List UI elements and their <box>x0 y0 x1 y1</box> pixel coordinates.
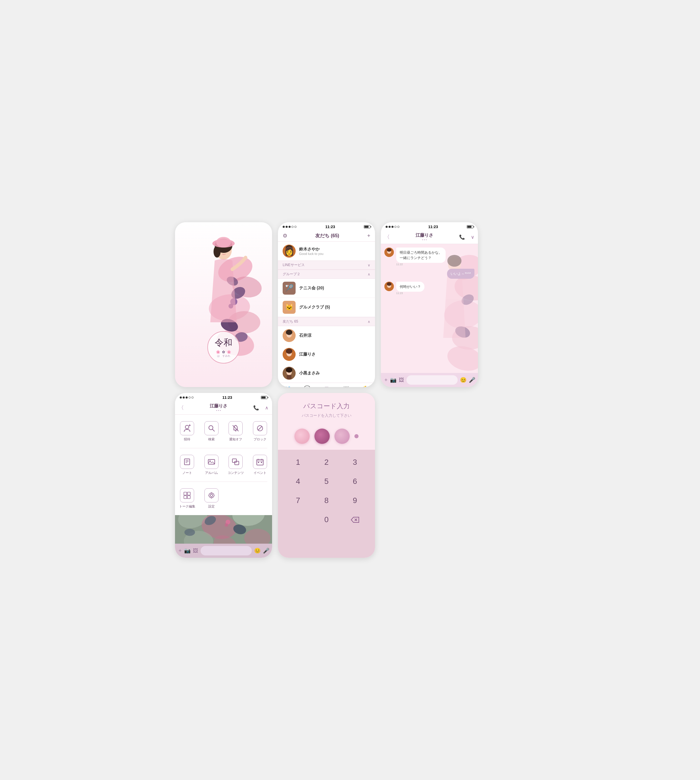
ishii-avatar <box>283 329 296 342</box>
svg-rect-21 <box>286 253 292 257</box>
key-1[interactable]: 1 <box>288 454 308 470</box>
status-bar-4: 11:23 <box>175 393 272 401</box>
camera-icon-4[interactable]: 📷 <box>184 548 191 554</box>
mic-icon-3[interactable]: 🎤 <box>469 377 475 383</box>
svg-line-55 <box>258 426 262 430</box>
chat-input-field-3[interactable] <box>407 375 458 385</box>
svg-point-27 <box>286 349 292 354</box>
event-icon-box <box>253 455 267 469</box>
plus-icon-4[interactable]: + <box>178 548 182 554</box>
key-delete[interactable] <box>345 511 365 528</box>
back-button-3[interactable]: 〈 <box>384 234 390 241</box>
nav-timeline[interactable]: ⊡ タイムライン <box>317 383 336 387</box>
back-button-4[interactable]: 〈 <box>178 404 184 411</box>
contents-icon-box <box>228 455 243 469</box>
mic-icon-4[interactable]: 🎤 <box>263 548 269 554</box>
ishii-item[interactable]: 石井涼 <box>278 326 375 345</box>
add-friend-icon[interactable]: + <box>367 233 370 239</box>
gourmet-group-item[interactable]: 🐱 グルメクラブ (5) <box>278 298 375 317</box>
menu-contents[interactable]: コンテンツ <box>223 451 248 479</box>
more-icon-4[interactable]: ∧ <box>265 405 268 411</box>
camera-icon-3[interactable]: 📷 <box>390 377 397 383</box>
plus-icon-3[interactable]: + <box>384 377 388 383</box>
svg-point-24 <box>286 330 292 335</box>
menu-search[interactable]: 検索 <box>199 418 224 445</box>
flower-row: 🌸 ✿ 🌸 <box>216 350 231 354</box>
flower2: ✿ <box>222 350 225 354</box>
flower3: 🌸 <box>227 350 231 354</box>
keypad-row-2: 4 5 6 <box>278 472 375 491</box>
settings-icon[interactable]: ⚙ <box>283 232 287 239</box>
status-time-4: 11:23 <box>222 395 232 400</box>
nav-news[interactable]: 📰 ニュース <box>336 383 356 387</box>
key-9[interactable]: 9 <box>345 493 365 509</box>
tennis-icon: 🏸 <box>283 282 296 295</box>
image-icon-3[interactable]: 🖼 <box>399 377 404 383</box>
line-services-label: LINEサービス <box>283 262 305 267</box>
image-icon-4[interactable]: 🖼 <box>193 548 198 554</box>
svg-rect-68 <box>258 462 259 463</box>
talk-edit-icon-box <box>180 488 194 503</box>
eto-name: 江藤りさ <box>299 352 316 357</box>
tennis-group-item[interactable]: 🏸 テニス会 (20) <box>278 279 375 298</box>
sayaka-face <box>283 245 296 257</box>
menu-invite[interactable]: 招待 <box>175 418 199 445</box>
key-0[interactable]: 0 <box>316 511 337 528</box>
emoji-icon-3[interactable]: 😊 <box>460 377 467 383</box>
search-icon <box>207 424 216 433</box>
wallet-nav-icon: 👛 <box>362 385 368 387</box>
key-6[interactable]: 6 <box>345 473 365 489</box>
group2-header[interactable]: グループ２ ∧ <box>278 270 375 279</box>
bottom-nav-2: 👥 友だち 💬 トーク ⊡ タイムライン 📰 ニュース <box>278 382 375 387</box>
dot1 <box>283 226 285 228</box>
svg-line-52 <box>235 431 236 431</box>
kanji-circle: 令和 🌸 ✿ 🌸 は すみれ <box>207 331 240 364</box>
nav-chats[interactable]: 💬 トーク <box>297 383 317 387</box>
menu-event[interactable]: イベント <box>248 451 272 479</box>
svg-rect-70 <box>184 492 187 495</box>
emoji-icon-4[interactable]: 😊 <box>254 548 261 554</box>
svg-rect-64 <box>257 459 263 465</box>
friends-count-header[interactable]: 友だち 65 ∧ <box>278 317 375 326</box>
phone-icon-4[interactable]: 📞 <box>253 405 259 411</box>
chat-input-field-4[interactable] <box>201 546 252 555</box>
friends-count-label: 友だち 65 <box>283 319 298 324</box>
menu-talk-edit[interactable]: トーク編集 <box>175 485 199 512</box>
svg-point-38 <box>453 324 472 340</box>
line-services-header[interactable]: LINEサービス ∨ <box>278 261 375 270</box>
menu-notif-off[interactable]: 通知オフ <box>223 418 248 445</box>
phone-icon-3[interactable]: 📞 <box>459 234 465 240</box>
passcode-dot-1 <box>294 429 310 444</box>
menu-note[interactable]: ノート <box>175 451 199 479</box>
svg-point-74 <box>210 494 213 496</box>
top-friend-item[interactable]: 鈴木さやか Good luck to you <box>278 242 375 261</box>
notif-off-icon <box>232 424 240 433</box>
svg-rect-69 <box>261 462 262 463</box>
nav-friends[interactable]: 👥 友だち <box>278 383 297 387</box>
key-2[interactable]: 2 <box>316 454 337 470</box>
dot2 <box>286 226 288 228</box>
album-icon <box>207 458 216 466</box>
key-8[interactable]: 8 <box>316 493 337 509</box>
key-7[interactable]: 7 <box>288 493 308 509</box>
notif-off-label: 通知オフ <box>229 437 242 441</box>
settings-icon-box <box>204 488 218 503</box>
battery-fill-4 <box>262 396 266 399</box>
menu-block[interactable]: ブロック <box>248 418 272 445</box>
screen4-menu: 11:23 〈 江藤りさ • • • 📞 ∧ <box>175 393 272 558</box>
more-icon-3[interactable]: ∨ <box>471 234 474 240</box>
album-icon-box <box>204 455 218 469</box>
top-row: 令和 🌸 ✿ 🌸 は すみれ <box>175 222 525 387</box>
key-4[interactable]: 4 <box>288 473 308 489</box>
menu-settings[interactable]: 設定 <box>199 485 224 512</box>
menu-grid-4: 招待 検索 <box>175 415 272 448</box>
svg-rect-71 <box>187 492 190 495</box>
menu-album[interactable]: アルバム <box>199 451 224 479</box>
oguro-item[interactable]: 小黒まさみ <box>278 364 375 382</box>
friends-count-arrow: ∧ <box>368 320 370 324</box>
nav-wallet[interactable]: 👛 ウォレット <box>356 383 375 387</box>
key-5[interactable]: 5 <box>316 473 337 489</box>
eto-item[interactable]: 江藤りさ <box>278 345 375 364</box>
key-3[interactable]: 3 <box>345 454 365 470</box>
svg-point-15 <box>216 237 231 247</box>
